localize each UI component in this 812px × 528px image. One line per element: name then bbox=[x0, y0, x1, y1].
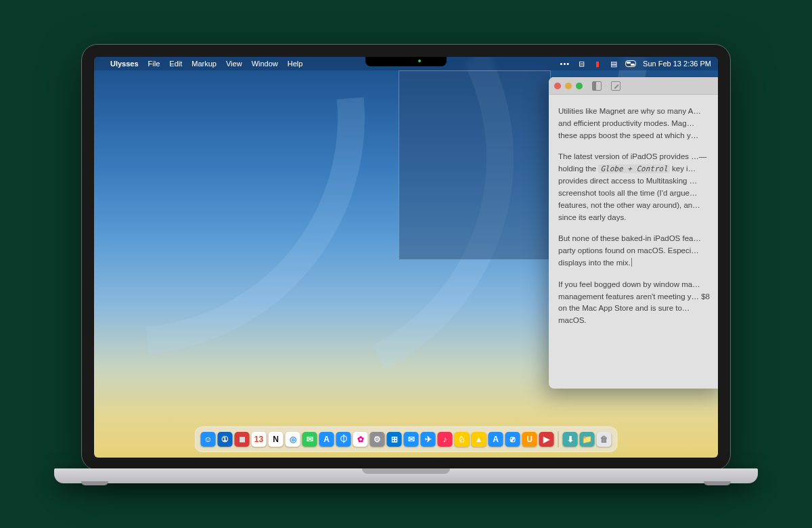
display-notch bbox=[365, 57, 447, 66]
app-menu[interactable]: Ulysses bbox=[110, 60, 139, 68]
battery-icon[interactable]: ▮ bbox=[593, 59, 602, 68]
display-icon[interactable]: ▤ bbox=[609, 59, 618, 68]
dock-app-ulysses[interactable]: U bbox=[522, 432, 537, 447]
dock-app-windows[interactable]: ⊞ bbox=[387, 432, 402, 447]
dock-app-1password[interactable]: ① bbox=[218, 432, 233, 447]
text-cursor bbox=[631, 258, 632, 267]
kbd-hint: Globe + Control bbox=[598, 164, 669, 173]
dock-app-screenflow[interactable]: ▶ bbox=[539, 432, 554, 447]
window-titlebar[interactable] bbox=[549, 77, 718, 95]
dock-downloads[interactable]: ⬇ bbox=[563, 432, 578, 447]
compose-icon[interactable] bbox=[611, 81, 621, 91]
paragraph: Utilities like Magnet are why so many A…… bbox=[558, 106, 715, 141]
menubar-clock[interactable]: Sun Feb 13 2:36 PM bbox=[643, 60, 711, 68]
dock-app-photos[interactable]: ✿ bbox=[353, 432, 368, 447]
dock-app-appstore[interactable]: A bbox=[319, 432, 334, 447]
ulysses-window[interactable]: Utilities like Magnet are why so many A…… bbox=[549, 77, 718, 389]
menu-file[interactable]: File bbox=[148, 60, 160, 68]
dock-app-finder[interactable]: ☺ bbox=[201, 432, 216, 447]
overflow-icon[interactable]: ••• bbox=[560, 60, 570, 68]
sidebar-toggle-icon[interactable] bbox=[592, 81, 602, 91]
dock-app-settings[interactable]: ⚙ bbox=[370, 432, 385, 447]
dock-app-bear[interactable]: ♘ bbox=[455, 432, 470, 447]
dock-app-cleanshot[interactable]: ⎚ bbox=[505, 432, 520, 447]
laptop-frame: Ulysses File Edit Markup View Window Hel… bbox=[81, 44, 731, 470]
control-center-icon[interactable] bbox=[625, 60, 636, 67]
dock-separator bbox=[558, 431, 559, 447]
screen: Ulysses File Edit Markup View Window Hel… bbox=[94, 57, 718, 458]
dock-app-basecamp[interactable]: ▲ bbox=[472, 432, 487, 447]
dock-app-things[interactable]: ≣ bbox=[235, 432, 250, 447]
dock-app-notion[interactable]: N bbox=[269, 432, 284, 447]
menu-edit[interactable]: Edit bbox=[169, 60, 182, 68]
menu-help[interactable]: Help bbox=[288, 60, 303, 68]
dock: ☺①≣13N◎✉A⏀✿⚙⊞✉✈♪♘▲A⎚U▶⬇📁🗑 bbox=[195, 426, 618, 452]
paragraph: The latest version of iPadOS provides …—… bbox=[558, 151, 715, 223]
window-snap-preview bbox=[399, 70, 551, 260]
dock-app-spark[interactable]: ✈ bbox=[421, 432, 436, 447]
magnet-menubar-icon[interactable]: ⊟ bbox=[577, 59, 586, 68]
dock-app-fantastical[interactable]: 13 bbox=[252, 432, 267, 447]
menu-view[interactable]: View bbox=[226, 60, 242, 68]
editor-content[interactable]: Utilities like Magnet are why so many A…… bbox=[549, 95, 718, 347]
dock-app-activity[interactable]: ⏀ bbox=[336, 432, 351, 447]
zoom-button[interactable] bbox=[576, 83, 583, 89]
menu-markup[interactable]: Markup bbox=[191, 60, 217, 68]
paragraph: But none of these baked-in iPadOS fea… p… bbox=[558, 233, 715, 269]
dock-app-messages[interactable]: ✉ bbox=[302, 432, 317, 447]
minimize-button[interactable] bbox=[565, 83, 572, 89]
close-button[interactable] bbox=[554, 83, 561, 89]
dock-trash[interactable]: 🗑 bbox=[597, 432, 612, 447]
dock-app-appstore2[interactable]: A bbox=[489, 432, 503, 447]
dock-app-mail[interactable]: ✉ bbox=[404, 432, 419, 447]
paragraph: If you feel bogged down by window ma… ma… bbox=[558, 279, 715, 327]
menu-window[interactable]: Window bbox=[252, 60, 278, 68]
dock-app-music[interactable]: ♪ bbox=[438, 432, 453, 447]
dock-app-safari[interactable]: ◎ bbox=[286, 432, 300, 447]
dock-folder[interactable]: 📁 bbox=[580, 432, 595, 447]
laptop-base bbox=[54, 468, 758, 483]
